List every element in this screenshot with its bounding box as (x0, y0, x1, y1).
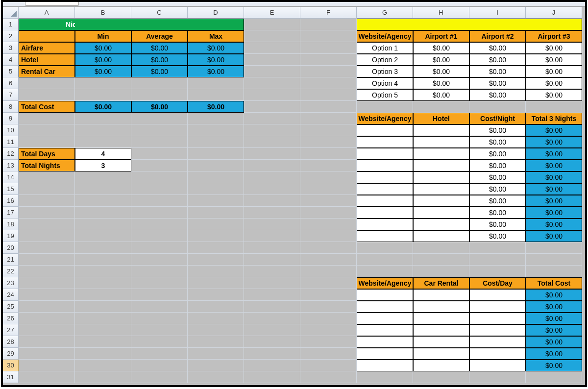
cell-F1[interactable] (300, 19, 357, 30)
row-header-11[interactable]: 11 (3, 136, 19, 148)
cell-G28[interactable] (357, 336, 413, 348)
cell-A2[interactable] (19, 30, 75, 42)
cell-C28[interactable] (131, 336, 188, 348)
row-header-14[interactable]: 14 (3, 171, 19, 183)
cell-E20[interactable] (244, 242, 300, 254)
cell-B27[interactable] (75, 324, 131, 336)
cell-G29[interactable] (357, 348, 413, 360)
cell-G27[interactable] (357, 324, 413, 336)
row-header-1[interactable]: 1 (3, 19, 19, 30)
cell-I11[interactable]: $0.00 (469, 136, 526, 148)
cell-C20[interactable] (131, 242, 188, 254)
cell-D7[interactable] (188, 89, 244, 101)
cell-H24[interactable] (413, 289, 469, 301)
cell-G13[interactable] (357, 160, 413, 171)
cell-D21[interactable] (188, 254, 244, 266)
cell-H18[interactable] (413, 219, 469, 230)
cell-I3[interactable]: $0.00 (469, 42, 526, 54)
cell-E23[interactable] (244, 277, 300, 289)
cell-H1[interactable] (413, 19, 469, 30)
cell-E14[interactable] (244, 171, 300, 183)
cell-I16[interactable]: $0.00 (469, 195, 526, 207)
cell-E12[interactable] (244, 148, 300, 160)
cell-G6[interactable]: Option 4 (357, 77, 413, 89)
cell-H4[interactable]: $0.00 (413, 54, 469, 66)
cell-C21[interactable] (131, 254, 188, 266)
cell-I15[interactable]: $0.00 (469, 183, 526, 195)
row-header-2[interactable]: 2 (3, 30, 19, 42)
cell-J31[interactable] (526, 371, 582, 383)
cell-J27[interactable]: $0.00 (526, 324, 582, 336)
cell-B8[interactable]: $0.00 (75, 101, 131, 113)
cell-J4[interactable]: $0.00 (526, 54, 582, 66)
cell-G1[interactable]: Roundtrip Airfare (357, 19, 413, 30)
cell-I5[interactable]: $0.00 (469, 66, 526, 77)
col-header-E[interactable]: E (244, 7, 300, 19)
cell-F12[interactable] (300, 148, 357, 160)
cell-C9[interactable] (131, 113, 188, 124)
cell-J11[interactable]: $0.00 (526, 136, 582, 148)
cell-E21[interactable] (244, 254, 300, 266)
cell-D6[interactable] (188, 77, 244, 89)
cell-H29[interactable] (413, 348, 469, 360)
cell-A12[interactable]: Total Days (19, 148, 75, 160)
cell-C15[interactable] (131, 183, 188, 195)
cell-E17[interactable] (244, 207, 300, 219)
cell-G19[interactable] (357, 230, 413, 242)
cell-E8[interactable] (244, 101, 300, 113)
cell-H25[interactable] (413, 301, 469, 313)
row-header-6[interactable]: 6 (3, 77, 19, 89)
cell-D10[interactable] (188, 124, 244, 136)
cell-J24[interactable]: $0.00 (526, 289, 582, 301)
cell-G21[interactable] (357, 254, 413, 266)
cell-I8[interactable] (469, 101, 526, 113)
cell-G4[interactable]: Option 2 (357, 54, 413, 66)
row-header-9[interactable]: 9 (3, 113, 19, 124)
cell-D4[interactable]: $0.00 (188, 54, 244, 66)
cell-J8[interactable] (526, 101, 582, 113)
cell-C11[interactable] (131, 136, 188, 148)
cell-F31[interactable] (300, 371, 357, 383)
cell-H6[interactable]: $0.00 (413, 77, 469, 89)
cell-A31[interactable] (19, 371, 75, 383)
cell-H13[interactable] (413, 160, 469, 171)
cell-E13[interactable] (244, 160, 300, 171)
cell-B15[interactable] (75, 183, 131, 195)
cell-D18[interactable] (188, 219, 244, 230)
select-all-corner[interactable] (3, 7, 19, 19)
row-header-17[interactable]: 17 (3, 207, 19, 219)
cell-I30[interactable] (469, 360, 526, 371)
cell-C16[interactable] (131, 195, 188, 207)
row-header-5[interactable]: 5 (3, 66, 19, 77)
cell-F30[interactable] (300, 360, 357, 371)
row-header-3[interactable]: 3 (3, 42, 19, 54)
cell-J13[interactable]: $0.00 (526, 160, 582, 171)
cell-J17[interactable]: $0.00 (526, 207, 582, 219)
cell-J16[interactable]: $0.00 (526, 195, 582, 207)
cell-C31[interactable] (131, 371, 188, 383)
cell-I13[interactable]: $0.00 (469, 160, 526, 171)
cell-E29[interactable] (244, 348, 300, 360)
row-header-26[interactable]: 26 (3, 313, 19, 324)
cell-H20[interactable] (413, 242, 469, 254)
cell-E10[interactable] (244, 124, 300, 136)
name-box[interactable] (25, 1, 79, 6)
cell-F19[interactable] (300, 230, 357, 242)
cell-B11[interactable] (75, 136, 131, 148)
cell-F13[interactable] (300, 160, 357, 171)
cell-H31[interactable] (413, 371, 469, 383)
cell-H8[interactable] (413, 101, 469, 113)
cell-B6[interactable] (75, 77, 131, 89)
cell-F6[interactable] (300, 77, 357, 89)
row-header-28[interactable]: 28 (3, 336, 19, 348)
cell-J19[interactable]: $0.00 (526, 230, 582, 242)
row-header-23[interactable]: 23 (3, 277, 19, 289)
cell-D14[interactable] (188, 171, 244, 183)
cell-B22[interactable] (75, 266, 131, 277)
cell-I31[interactable] (469, 371, 526, 383)
cell-F17[interactable] (300, 207, 357, 219)
cell-F2[interactable] (300, 30, 357, 42)
col-header-I[interactable]: I (469, 7, 526, 19)
cell-C17[interactable] (131, 207, 188, 219)
row-header-22[interactable]: 22 (3, 266, 19, 277)
